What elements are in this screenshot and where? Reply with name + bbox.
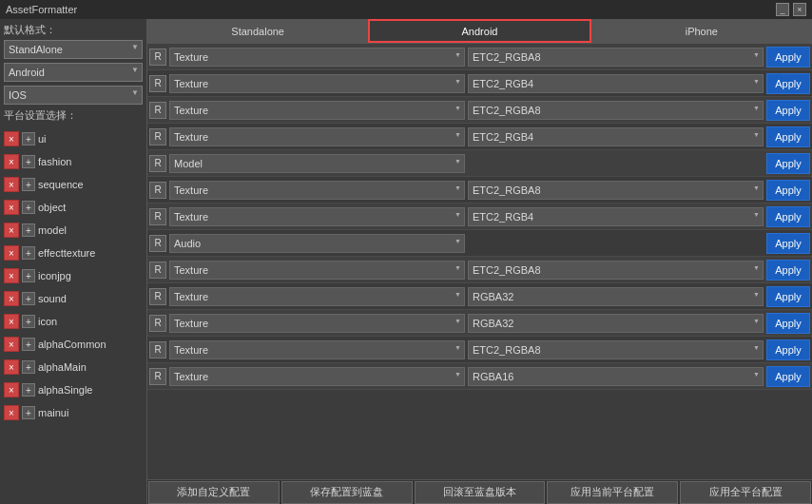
format-select[interactable]: ETC2_RGBA8ETC2_RGB4RGBA32RGBA16RGBA4444D…	[468, 367, 764, 386]
refresh-button[interactable]: R	[149, 315, 166, 332]
remove-asset-button[interactable]: ×	[4, 131, 19, 146]
refresh-button[interactable]: R	[149, 208, 166, 225]
minimize-button[interactable]: _	[776, 3, 789, 16]
refresh-button[interactable]: R	[149, 155, 166, 172]
apply-button[interactable]: Apply	[766, 366, 810, 387]
refresh-button[interactable]: R	[149, 262, 166, 279]
add-asset-button[interactable]: +	[22, 406, 35, 419]
remove-asset-button[interactable]: ×	[4, 223, 19, 238]
platform-tab-standalone[interactable]: Standalone	[147, 19, 368, 43]
asset-item: × + sequence	[4, 174, 143, 195]
refresh-button[interactable]: R	[149, 48, 166, 66]
remove-asset-button[interactable]: ×	[4, 405, 19, 420]
apply-button[interactable]: Apply	[766, 206, 810, 227]
standalone-dropdown[interactable]: StandAlone	[4, 40, 143, 59]
add-asset-button[interactable]: +	[22, 178, 35, 191]
table-row: R TextureModelAudioSprite ETC2_RGBA8ETC2…	[147, 204, 812, 230]
apply-button[interactable]: Apply	[766, 339, 810, 360]
format-select-wrapper: ETC2_RGBA8ETC2_RGB4RGBA32RGBA16RGBA4444D…	[468, 261, 764, 280]
apply-button[interactable]: Apply	[766, 233, 810, 254]
close-button[interactable]: ×	[793, 3, 806, 16]
type-select[interactable]: TextureModelAudioSprite	[169, 101, 465, 120]
format-select[interactable]: ETC2_RGBA8ETC2_RGB4RGBA32RGBA16RGBA4444D…	[468, 127, 764, 146]
format-select[interactable]: ETC2_RGBA8ETC2_RGB4RGBA32RGBA16RGBA4444D…	[468, 340, 764, 359]
format-select-wrapper: ETC2_RGBA8ETC2_RGB4RGBA32RGBA16RGBA4444D…	[468, 127, 764, 146]
refresh-button[interactable]: R	[149, 235, 166, 252]
type-select[interactable]: TextureModelAudioSprite	[169, 207, 465, 226]
add-asset-button[interactable]: +	[22, 383, 35, 397]
add-asset-button[interactable]: +	[22, 360, 35, 374]
add-asset-button[interactable]: +	[22, 201, 35, 214]
type-select-wrapper: TextureModelAudioSprite	[169, 340, 465, 359]
add-asset-button[interactable]: +	[22, 292, 35, 305]
format-select[interactable]: ETC2_RGBA8ETC2_RGB4RGBA32RGBA16RGBA4444D…	[468, 287, 764, 306]
add-asset-button[interactable]: +	[22, 223, 35, 237]
apply-button[interactable]: Apply	[766, 73, 810, 94]
addConfig-button[interactable]: 添加自定义配置	[148, 481, 280, 504]
asset-name: ui	[38, 133, 143, 145]
format-select[interactable]: ETC2_RGBA8ETC2_RGB4RGBA32RGBA16RGBA4444D…	[468, 74, 764, 93]
format-select[interactable]: ETC2_RGBA8ETC2_RGB4RGBA32RGBA16RGBA4444D…	[468, 181, 764, 200]
format-select-wrapper: ETC2_RGBA8ETC2_RGB4RGBA32RGBA16RGBA4444D…	[468, 340, 764, 359]
type-select[interactable]: TextureModelAudioSprite	[169, 314, 465, 333]
format-select[interactable]: ETC2_RGBA8ETC2_RGB4RGBA32RGBA16RGBA4444D…	[468, 101, 764, 120]
apply-button[interactable]: Apply	[766, 260, 810, 281]
remove-asset-button[interactable]: ×	[4, 200, 19, 215]
refresh-button[interactable]: R	[149, 75, 166, 92]
remove-asset-button[interactable]: ×	[4, 245, 19, 261]
type-select[interactable]: TextureModelAudioSprite	[169, 367, 465, 386]
apply-button[interactable]: Apply	[766, 100, 810, 121]
apply-button[interactable]: Apply	[766, 286, 810, 307]
platform-tab-iphone[interactable]: iPhone	[591, 19, 812, 43]
type-select[interactable]: TextureModelAudioSprite	[169, 261, 465, 280]
refresh-button[interactable]: R	[149, 128, 166, 145]
type-select[interactable]: TextureModelAudioSprite	[169, 154, 465, 173]
remove-asset-button[interactable]: ×	[4, 314, 19, 329]
android-dropdown[interactable]: Android	[4, 63, 143, 82]
remove-asset-button[interactable]: ×	[4, 359, 19, 375]
add-asset-button[interactable]: +	[22, 132, 35, 145]
type-select[interactable]: TextureModelAudioSprite	[169, 74, 465, 93]
applyAllPlatforms-button[interactable]: 应用全平台配置	[680, 481, 811, 504]
add-asset-button[interactable]: +	[22, 315, 35, 328]
ios-dropdown[interactable]: IOS	[4, 86, 143, 105]
type-select[interactable]: TextureModelAudioSprite	[169, 287, 465, 306]
right-panel: StandaloneAndroidiPhone R TextureModelAu…	[147, 19, 812, 504]
type-select-wrapper: TextureModelAudioSprite	[169, 287, 465, 306]
remove-asset-button[interactable]: ×	[4, 291, 19, 306]
type-select[interactable]: TextureModelAudioSprite	[169, 181, 465, 200]
apply-button[interactable]: Apply	[766, 153, 810, 174]
asset-item: × + iconjpg	[4, 265, 143, 286]
type-select[interactable]: TextureModelAudioSprite	[169, 340, 465, 359]
format-select-wrapper: ETC2_RGBA8ETC2_RGB4RGBA32RGBA16RGBA4444D…	[468, 48, 764, 67]
apply-button[interactable]: Apply	[766, 313, 810, 334]
rollback-button[interactable]: 回滚至蓝盘版本	[415, 481, 546, 504]
apply-button[interactable]: Apply	[766, 126, 810, 147]
refresh-button[interactable]: R	[149, 368, 166, 385]
add-asset-button[interactable]: +	[22, 246, 35, 260]
refresh-button[interactable]: R	[149, 341, 166, 359]
remove-asset-button[interactable]: ×	[4, 337, 19, 352]
applyCurrentPlatform-button[interactable]: 应用当前平台配置	[547, 481, 678, 504]
refresh-button[interactable]: R	[149, 102, 166, 119]
type-select[interactable]: TextureModelAudioSprite	[169, 234, 465, 253]
remove-asset-button[interactable]: ×	[4, 154, 19, 169]
format-select[interactable]: ETC2_RGBA8ETC2_RGB4RGBA32RGBA16RGBA4444D…	[468, 207, 764, 226]
remove-asset-button[interactable]: ×	[4, 268, 19, 283]
refresh-button[interactable]: R	[149, 288, 166, 305]
format-select[interactable]: ETC2_RGBA8ETC2_RGB4RGBA32RGBA16RGBA4444D…	[468, 48, 764, 67]
saveToBlueprint-button[interactable]: 保存配置到蓝盘	[281, 481, 413, 504]
type-select[interactable]: TextureModelAudioSprite	[169, 127, 465, 146]
refresh-button[interactable]: R	[149, 182, 166, 199]
remove-asset-button[interactable]: ×	[4, 382, 19, 397]
apply-button[interactable]: Apply	[766, 180, 810, 201]
add-asset-button[interactable]: +	[22, 155, 35, 168]
format-select[interactable]: ETC2_RGBA8ETC2_RGB4RGBA32RGBA16RGBA4444D…	[468, 261, 764, 280]
format-select[interactable]: ETC2_RGBA8ETC2_RGB4RGBA32RGBA16RGBA4444D…	[468, 314, 764, 333]
remove-asset-button[interactable]: ×	[4, 177, 19, 192]
apply-button[interactable]: Apply	[766, 47, 810, 68]
add-asset-button[interactable]: +	[22, 269, 35, 282]
platform-tab-android[interactable]: Android	[368, 19, 590, 43]
add-asset-button[interactable]: +	[22, 338, 35, 351]
type-select[interactable]: TextureModelAudioSprite	[169, 48, 465, 67]
